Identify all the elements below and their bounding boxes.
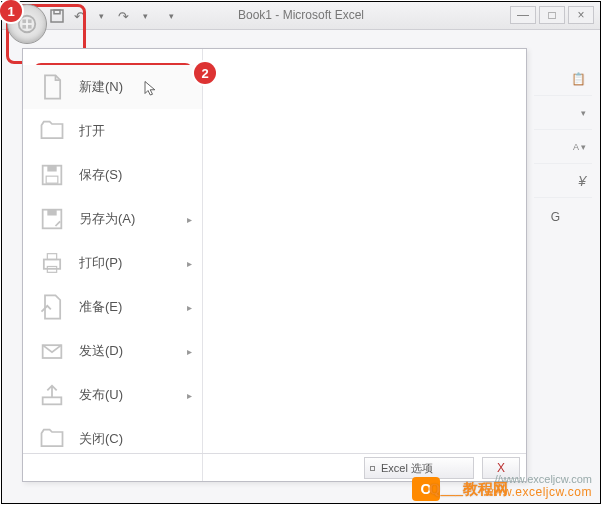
menu-label-publish: 发布(U) <box>79 386 123 404</box>
svg-rect-16 <box>43 397 62 404</box>
svg-point-2 <box>19 16 36 33</box>
menu-item-prepare[interactable]: 准备(E) ▸ <box>23 285 202 329</box>
maximize-button[interactable]: □ <box>539 6 565 24</box>
menu-item-print[interactable]: 打印(P) ▸ <box>23 241 202 285</box>
qat-redo-icon[interactable]: ↷ <box>114 7 132 25</box>
saveas-icon <box>37 204 67 234</box>
worksheet-edge: 📋 ▾ A ▾ ¥ <box>534 62 592 460</box>
svg-rect-4 <box>28 19 32 23</box>
send-icon <box>37 336 67 366</box>
font-dropdown-icon: ▾ <box>581 108 586 118</box>
qat-down1-icon[interactable]: ▾ <box>92 7 110 25</box>
menu-label-new: 新建(N) <box>79 78 123 96</box>
options-label: Excel 选项 <box>381 461 433 476</box>
app-window: Book1 - Microsoft Excel ↶ ▾ ↷ ▾ ▾ — □ × … <box>1 1 601 504</box>
watermark-url-top: //www.exceljcw.com <box>495 473 592 485</box>
svg-rect-12 <box>44 260 60 269</box>
svg-rect-5 <box>22 25 26 29</box>
svg-rect-9 <box>46 176 58 183</box>
menu-label-save: 保存(S) <box>79 166 122 184</box>
open-folder-icon <box>37 116 67 146</box>
menu-item-saveas[interactable]: 另存为(A) ▸ <box>23 197 202 241</box>
svg-rect-3 <box>22 19 26 23</box>
chevron-right-icon: ▸ <box>187 390 192 401</box>
menu-footer: Excel 选项 X <box>23 453 526 481</box>
menu-item-open[interactable]: 打开 <box>23 109 202 153</box>
chevron-right-icon: ▸ <box>187 302 192 313</box>
office-menu-panel: 新建(N) 打开 保存(S) 另存为(A) ▸ <box>22 48 527 482</box>
menu-item-send[interactable]: 发送(D) ▸ <box>23 329 202 373</box>
svg-rect-8 <box>47 166 56 172</box>
publish-icon <box>37 380 67 410</box>
chevron-right-icon: ▸ <box>187 214 192 225</box>
menu-item-new[interactable]: 新建(N) <box>23 65 202 109</box>
annotation-badge-2: 2 <box>194 62 216 84</box>
menu-list: 新建(N) 打开 保存(S) 另存为(A) ▸ <box>23 49 203 481</box>
chevron-right-icon: ▸ <box>187 346 192 357</box>
menu-label-open: 打开 <box>79 122 105 140</box>
minimize-button[interactable]: — <box>510 6 536 24</box>
side-icon-1[interactable]: 📋 <box>534 62 592 96</box>
side-icon-2[interactable]: ▾ <box>534 96 592 130</box>
menu-label-prepare: 准备(E) <box>79 298 122 316</box>
paste-icon: 📋 <box>571 72 586 86</box>
svg-rect-6 <box>28 25 32 29</box>
qat-more-icon[interactable]: ▾ <box>162 7 180 25</box>
menu-label-saveas: 另存为(A) <box>79 210 135 228</box>
excel-options-button[interactable]: Excel 选项 <box>364 457 474 479</box>
menu-item-save[interactable]: 保存(S) <box>23 153 202 197</box>
menu-item-publish[interactable]: 发布(U) ▸ <box>23 373 202 417</box>
column-header-g[interactable]: G <box>551 210 560 224</box>
window-title: Book1 - Microsoft Excel <box>238 8 364 22</box>
prepare-icon <box>37 292 67 322</box>
watermark-url: www.exceljcw.com <box>485 485 592 499</box>
mouse-cursor-icon <box>142 80 160 102</box>
side-icon-3[interactable]: A ▾ <box>534 130 592 164</box>
close-folder-icon <box>37 424 67 454</box>
menu-label-close: 关闭(C) <box>79 430 123 448</box>
menu-label-print: 打印(P) <box>79 254 122 272</box>
title-bar: Book1 - Microsoft Excel ↶ ▾ ↷ ▾ ▾ — □ × <box>2 2 600 30</box>
save-icon <box>37 160 67 190</box>
dropdown-icon: A ▾ <box>573 142 586 152</box>
window-controls: — □ × <box>510 6 594 24</box>
annotation-badge-1: 1 <box>0 0 22 22</box>
close-window-button[interactable]: × <box>568 6 594 24</box>
chevron-right-icon: ▸ <box>187 258 192 269</box>
print-icon <box>37 248 67 278</box>
options-icon <box>370 466 375 471</box>
side-currency: ¥ <box>534 164 592 198</box>
menu-label-send: 发送(D) <box>79 342 123 360</box>
new-file-icon <box>37 72 67 102</box>
qat-down2-icon[interactable]: ▾ <box>136 7 154 25</box>
svg-rect-11 <box>47 210 56 216</box>
